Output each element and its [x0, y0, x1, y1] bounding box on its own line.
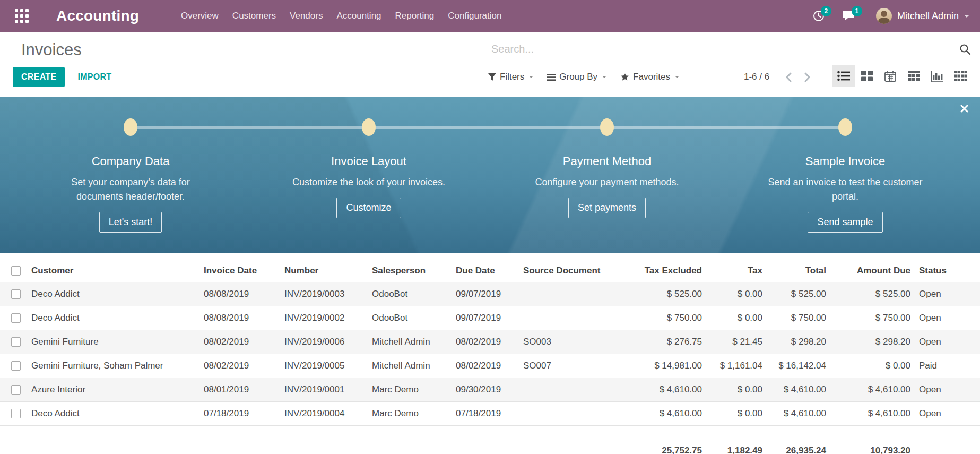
cell-tax-excluded[interactable]: $ 4,610.00 — [605, 402, 706, 426]
select-all-checkbox[interactable] — [11, 266, 21, 276]
import-button[interactable]: IMPORT — [77, 72, 111, 82]
menu-customers[interactable]: Customers — [226, 0, 283, 32]
view-activity-icon[interactable] — [949, 65, 972, 87]
column-header-salesperson[interactable]: Salesperson — [364, 260, 448, 282]
menu-overview[interactable]: Overview — [174, 0, 226, 32]
menu-vendors[interactable]: Vendors — [283, 0, 329, 32]
cell-source-document[interactable] — [515, 402, 605, 426]
cell-status[interactable]: Open — [915, 402, 980, 426]
cell-source-document[interactable]: SO007 — [515, 354, 605, 378]
cell-salesperson[interactable]: Marc Demo — [364, 402, 448, 426]
cell-invoice-date[interactable]: 08/08/2019 — [196, 306, 276, 330]
let-s-start--button[interactable]: Let's start! — [99, 212, 162, 233]
pager-previous-icon[interactable] — [781, 70, 796, 84]
cell-source-document[interactable]: SO003 — [515, 330, 605, 354]
column-header-invoice-date[interactable]: Invoice Date — [196, 260, 276, 282]
view-list-icon[interactable] — [832, 65, 855, 87]
column-header-due-date[interactable]: Due Date — [448, 260, 515, 282]
cell-status[interactable]: Open — [915, 306, 980, 330]
cell-customer[interactable]: Deco Addict — [23, 282, 196, 306]
view-graph-icon[interactable] — [925, 65, 949, 87]
table-row[interactable]: Deco Addict08/08/2019INV/2019/0003OdooBo… — [0, 282, 980, 306]
column-header-source-document[interactable]: Source Document — [515, 260, 605, 282]
column-header-status[interactable]: Status — [915, 260, 980, 282]
pager-next-icon[interactable] — [800, 70, 815, 84]
row-checkbox[interactable] — [11, 385, 21, 395]
row-checkbox[interactable] — [11, 409, 21, 418]
favorites-button[interactable]: Favorites — [620, 72, 679, 82]
cell-due-date[interactable]: 08/02/2019 — [448, 354, 515, 378]
cell-salesperson[interactable]: Mitchell Admin — [364, 330, 448, 354]
cell-tax-excluded[interactable]: $ 750.00 — [605, 306, 706, 330]
row-checkbox[interactable] — [11, 337, 21, 347]
cell-status[interactable]: Paid — [915, 354, 980, 378]
cell-status[interactable]: Open — [915, 330, 980, 354]
row-checkbox[interactable] — [11, 361, 21, 371]
cell-number[interactable]: INV/2019/0002 — [276, 306, 364, 330]
column-header-customer[interactable]: Customer — [23, 260, 196, 282]
cell-tax-excluded[interactable]: $ 4,610.00 — [605, 378, 706, 402]
cell-tax[interactable]: $ 0.00 — [706, 306, 767, 330]
cell-total[interactable]: $ 525.00 — [767, 282, 830, 306]
search-icon[interactable] — [958, 42, 973, 57]
cell-tax[interactable]: $ 21.45 — [706, 330, 767, 354]
search-input[interactable] — [491, 43, 958, 55]
set-payments-button[interactable]: Set payments — [568, 198, 646, 218]
group-by-button[interactable]: Group By — [547, 72, 606, 82]
cell-status[interactable]: Open — [915, 378, 980, 402]
cell-total[interactable]: $ 4,610.00 — [767, 378, 830, 402]
table-row[interactable]: Deco Addict07/18/2019INV/2019/0004Marc D… — [0, 402, 980, 426]
cell-amount-due[interactable]: $ 525.00 — [830, 282, 915, 306]
cell-salesperson[interactable]: OdooBot — [364, 282, 448, 306]
close-icon[interactable] — [958, 102, 970, 115]
column-header-tax-excluded[interactable]: Tax Excluded — [605, 260, 706, 282]
cell-number[interactable]: INV/2019/0004 — [276, 402, 364, 426]
cell-customer[interactable]: Deco Addict — [23, 306, 196, 330]
menu-configuration[interactable]: Configuration — [441, 0, 508, 32]
cell-invoice-date[interactable]: 08/08/2019 — [196, 282, 276, 306]
app-title[interactable]: Accounting — [56, 7, 139, 24]
table-row[interactable]: Gemini Furniture08/02/2019INV/2019/0006M… — [0, 330, 980, 354]
column-header-number[interactable]: Number — [276, 260, 364, 282]
cell-amount-due[interactable]: $ 0.00 — [830, 354, 915, 378]
cell-invoice-date[interactable]: 08/01/2019 — [196, 378, 276, 402]
cell-tax[interactable]: $ 1,161.04 — [706, 354, 767, 378]
user-menu[interactable]: Mitchell Admin — [876, 8, 969, 24]
cell-source-document[interactable] — [515, 378, 605, 402]
cell-invoice-date[interactable]: 08/02/2019 — [196, 330, 276, 354]
send-sample-button[interactable]: Send sample — [808, 212, 882, 233]
cell-invoice-date[interactable]: 07/18/2019 — [196, 402, 276, 426]
view-kanban-icon[interactable] — [855, 65, 879, 87]
cell-number[interactable]: INV/2019/0001 — [276, 378, 364, 402]
cell-tax[interactable]: $ 0.00 — [706, 282, 767, 306]
menu-accounting[interactable]: Accounting — [329, 0, 388, 32]
cell-invoice-date[interactable]: 08/02/2019 — [196, 354, 276, 378]
menu-reporting[interactable]: Reporting — [388, 0, 441, 32]
cell-customer[interactable]: Gemini Furniture — [23, 330, 196, 354]
column-header-amount-due[interactable]: Amount Due — [830, 260, 915, 282]
cell-source-document[interactable] — [515, 306, 605, 330]
cell-amount-due[interactable]: $ 298.20 — [830, 330, 915, 354]
cell-status[interactable]: Open — [915, 282, 980, 306]
row-checkbox[interactable] — [11, 289, 21, 299]
column-header-tax[interactable]: Tax — [706, 260, 767, 282]
table-row[interactable]: Gemini Furniture, Soham Palmer08/02/2019… — [0, 354, 980, 378]
cell-salesperson[interactable]: Marc Demo — [364, 378, 448, 402]
cell-salesperson[interactable]: Mitchell Admin — [364, 354, 448, 378]
cell-number[interactable]: INV/2019/0005 — [276, 354, 364, 378]
cell-number[interactable]: INV/2019/0003 — [276, 282, 364, 306]
cell-tax[interactable]: $ 0.00 — [706, 402, 767, 426]
cell-due-date[interactable]: 09/07/2019 — [448, 282, 515, 306]
table-row[interactable]: Deco Addict08/08/2019INV/2019/0002OdooBo… — [0, 306, 980, 330]
cell-number[interactable]: INV/2019/0006 — [276, 330, 364, 354]
filters-button[interactable]: Filters — [488, 72, 533, 82]
cell-salesperson[interactable]: OdooBot — [364, 306, 448, 330]
cell-tax-excluded[interactable]: $ 525.00 — [605, 282, 706, 306]
cell-amount-due[interactable]: $ 750.00 — [830, 306, 915, 330]
cell-customer[interactable]: Gemini Furniture, Soham Palmer — [23, 354, 196, 378]
cell-due-date[interactable]: 08/02/2019 — [448, 330, 515, 354]
cell-tax-excluded[interactable]: $ 276.75 — [605, 330, 706, 354]
cell-amount-due[interactable]: $ 4,610.00 — [830, 402, 915, 426]
row-checkbox[interactable] — [11, 313, 21, 323]
customize-button[interactable]: Customize — [336, 198, 401, 218]
